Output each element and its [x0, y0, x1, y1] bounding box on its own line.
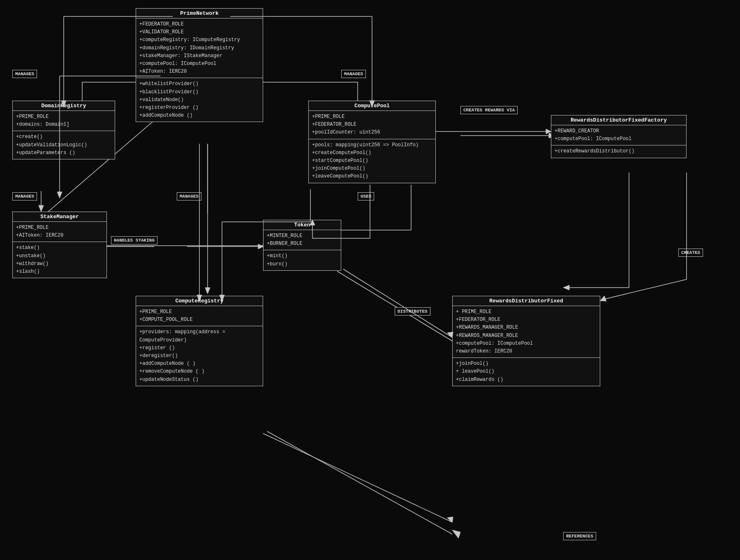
svg-marker-36 [57, 192, 62, 198]
token-methods: +mint() +burn() [264, 250, 341, 270]
method-line: +createComputePool() [312, 149, 432, 157]
uses-label: USES [358, 192, 374, 200]
attr-line: +AIToken: IERC20 [16, 232, 103, 240]
compute-registry-title: ComputeRegistry [136, 296, 263, 306]
manages-label-1: MANAGES [12, 70, 37, 78]
attr-line: rewardToken: IERC20 [456, 348, 597, 355]
attr-line: +stakeManager: IStakeManager [139, 52, 259, 60]
rewards-distributor-factory-attributes: +REWARD_CREATOR +computePool: IComputePo… [551, 125, 686, 145]
attr-line: +PRIME_ROLE [16, 113, 111, 121]
token-box: Token +MINTER_ROLE +BURNER_ROLE +mint() … [263, 220, 341, 271]
arrows-svg-2 [0, 0, 740, 560]
rewards-distributor-fixed-methods: +joinPool() + leavePool() +claimRewards … [453, 358, 600, 386]
attr-line: +MINTER_ROLE [267, 232, 338, 240]
domain-registry-box: DomainRegistry +PRIME_ROLE +domains: Dom… [12, 101, 115, 159]
prime-network-attributes: +FEDERATOR_ROLE +VALIDATOR_ROLE +compute… [136, 18, 263, 78]
method-line: +updateNodeStatus () [139, 376, 259, 384]
method-line: +burn() [267, 260, 338, 268]
svg-line-57 [263, 433, 451, 522]
compute-pool-methods: +pools: mapping(uint256 => PoolInfo) +cr… [309, 139, 435, 183]
method-line: +registerProvider () [139, 104, 259, 112]
method-line: +stake() [16, 244, 103, 252]
svg-marker-58 [447, 517, 453, 523]
attr-line: +AIToken: IERC20 [139, 68, 259, 76]
method-line: +createRewardsDistributor() [555, 147, 683, 155]
svg-marker-9 [205, 288, 210, 294]
method-line: +pools: mapping(uint256 => PoolInfo) [312, 141, 432, 149]
svg-marker-20 [563, 285, 569, 290]
method-line: +removeComputeNode ( ) [139, 368, 259, 376]
attr-line: +REWARD_CREATOR [555, 127, 683, 135]
prime-network-title: PrimeNetwork [136, 9, 263, 18]
attr-line: +PRIME_ROLE [312, 113, 432, 121]
domain-registry-attributes: +PRIME_ROLE +domains: Domain1] [13, 111, 115, 131]
rewards-distributor-fixed-box: RewardsDistributorFixed + PRIME_ROLE +FE… [452, 296, 600, 386]
attr-line: +PRIME_ROLE [139, 308, 259, 316]
method-line: +register () [139, 344, 259, 352]
attr-line: +poolIdCounter: uint256 [312, 129, 432, 136]
rewards-distributor-fixed-title: RewardsDistributorFixed [453, 296, 600, 306]
compute-pool-attributes: +PRIME_ROLE +FEDERATOR_ROLE +poolIdCount… [309, 111, 435, 139]
attr-line: +VALIDATOR_ROLE [139, 28, 259, 36]
method-line: +deregister() [139, 352, 259, 360]
svg-line-23 [267, 431, 452, 534]
distributes-label: DISTRIBUTES [395, 307, 430, 316]
handles-staking-label: HANDLES STAKING [111, 236, 157, 244]
method-line: +updateParameters () [16, 149, 111, 157]
references-label: REFERENCES [563, 532, 596, 540]
method-line: +joinPool() [456, 360, 597, 368]
method-line: ComputeProvider) [139, 336, 259, 344]
rewards-distributor-fixed-attributes: + PRIME_ROLE +FEDERATOR_ROLE +REWARDS_MA… [453, 306, 600, 358]
attr-line: + PRIME_ROLE [456, 308, 597, 316]
rewards-distributor-factory-box: RewardsDistributorFixedFactory +REWARD_C… [551, 115, 687, 158]
method-line: +claimRewards () [456, 376, 597, 384]
creates-rewards-via-label: CREATES REWARDS VIA [460, 106, 518, 114]
attr-line: +FEDERATOR_ROLE [139, 21, 259, 28]
attr-line: +computePool: IComputePool [456, 340, 597, 348]
attr-line: +REWARDS_MANAGER_ROLE [456, 332, 597, 340]
method-line: +slash() [16, 268, 103, 276]
method-line: +create() [16, 133, 111, 141]
method-line: +whitelistProvider() [139, 80, 259, 88]
attr-line: +PRIME_ROLE [16, 224, 103, 232]
attr-line: +domains: Domain1] [16, 121, 111, 129]
attr-line: +BURNER_ROLE [267, 240, 338, 248]
compute-pool-box: ComputePool +PRIME_ROLE +FEDERATOR_ROLE … [308, 101, 436, 183]
domain-registry-methods: +create() +updateValidationLogic() +upda… [13, 131, 115, 159]
attr-line: +computePool: IComputePool [555, 135, 683, 143]
compute-registry-methods: +providers: mapping(address = ComputePro… [136, 326, 263, 385]
attr-line: +FEDERATOR_ROLE [456, 316, 597, 324]
prime-network-box: PrimeNetwork +FEDERATOR_ROLE +VALIDATOR_… [136, 8, 263, 122]
attr-line: +computeRegistry: IComputeRegistry [139, 36, 259, 44]
token-attributes: +MINTER_ROLE +BURNER_ROLE [264, 230, 341, 250]
method-line: +withdraw() [16, 260, 103, 268]
stake-manager-attributes: +PRIME_ROLE +AIToken: IERC20 [13, 222, 106, 242]
attr-line: +REWARDS_MANAGER_ROLE [456, 324, 597, 332]
manages-label-4: MANAGES [177, 192, 201, 200]
domain-registry-title: DomainRegistry [13, 101, 115, 111]
manages-label-2: MANAGES [341, 70, 366, 78]
svg-line-55 [343, 269, 451, 337]
method-line: +blacklistProvider() [139, 88, 259, 96]
stake-manager-title: StakeManager [13, 212, 106, 222]
method-line: +joinComputePool() [312, 165, 432, 173]
svg-marker-51 [546, 129, 551, 134]
token-title: Token [264, 220, 341, 230]
compute-pool-title: ComputePool [309, 101, 435, 111]
method-line: +updateValidationLogic() [16, 141, 111, 149]
method-line: +addComputeNode ( ) [139, 360, 259, 368]
svg-line-21 [337, 271, 452, 341]
prime-network-methods: +whitelistProvider() +blacklistProvider(… [136, 78, 263, 122]
svg-marker-45 [258, 244, 263, 249]
method-line: +mint() [267, 252, 338, 260]
method-line: +addComputeNode () [139, 112, 259, 120]
method-line: + leavePool() [456, 368, 597, 376]
attr-line: +computePool: IComputePool [139, 60, 259, 68]
method-line: +leaveComputePool() [312, 173, 432, 180]
rewards-distributor-factory-title: RewardsDistributorFixedFactory [551, 115, 686, 125]
compute-registry-attributes: +PRIME_ROLE +COMPUTE_POOL_ROLE [136, 306, 263, 326]
rewards-distributor-factory-methods: +createRewardsDistributor() [551, 145, 686, 157]
compute-registry-box: ComputeRegistry +PRIME_ROLE +COMPUTE_POO… [136, 296, 263, 386]
method-line: +providers: mapping(address = [139, 328, 259, 336]
method-line: +unstake() [16, 252, 103, 260]
